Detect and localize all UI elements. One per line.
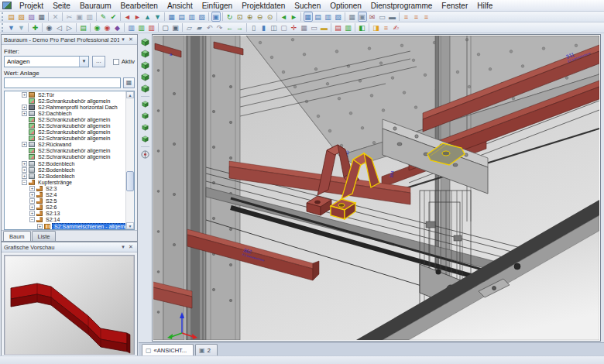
tree-item[interactable]: +S2:Tür (5, 91, 125, 98)
aktiv-checkbox[interactable] (113, 59, 119, 65)
view-front-button[interactable] (140, 99, 150, 109)
view-rotate-button[interactable] (140, 149, 150, 160)
toolbar-open-page-button[interactable]: ▥ (137, 22, 146, 33)
toolbar-print-button[interactable]: ▦ (37, 12, 46, 22)
tree-expander[interactable]: + (22, 92, 27, 98)
wert-input[interactable] (4, 77, 121, 88)
view-current-button[interactable] (140, 84, 150, 94)
scroll-up-arrow[interactable]: ▲ (126, 91, 134, 98)
tree-item[interactable]: +S2:6 (5, 204, 125, 211)
menu-projektdaten[interactable]: Projektdaten (237, 1, 290, 11)
tree-item[interactable]: S2:Schrankzubehör allgemein (5, 98, 125, 104)
toolbar-filter-active-button[interactable]: ▼ (7, 22, 16, 33)
view-iso-se-button[interactable] (140, 37, 150, 47)
cabinet-3d-scene[interactable]: a 311 E2-Sammelschiene (153, 36, 599, 340)
menu-einfügen[interactable]: Einfügen (197, 1, 237, 11)
tree-item[interactable]: +S2:Rückwand (5, 142, 125, 148)
toolbar-refresh-button[interactable]: ↻ (225, 12, 235, 22)
toolbar-place-1-button[interactable]: ▯ (249, 22, 259, 33)
panel-close-button[interactable]: ✕ (127, 36, 135, 43)
toolbar-connection-1-button[interactable]: ≡ (402, 12, 411, 22)
tree-item[interactable]: +S2:4 (5, 192, 125, 198)
toolbar-layout-d-button[interactable]: ▧ (334, 12, 343, 22)
toolbar-paste-button[interactable]: ▥ (85, 12, 94, 22)
menu-bauraum[interactable]: Bauraum (75, 1, 116, 11)
tree-expander[interactable]: − (29, 217, 35, 222)
toolbar-undo-button[interactable]: ↶ (205, 22, 214, 33)
toolbar-zoom-window-button[interactable]: ⊡ (235, 12, 245, 22)
toolbar-back-button[interactable]: ← (225, 22, 235, 33)
toolbar-grid-button[interactable]: ▦ (348, 12, 357, 22)
tab-liste[interactable]: Liste (32, 231, 57, 241)
toolbar-zoom-fit-button[interactable]: ⊙ (266, 12, 275, 22)
toolbar-goto-prev-button[interactable]: ◄ (123, 12, 132, 22)
view-side-button[interactable] (140, 111, 150, 121)
toolbar-graphic-view-button[interactable]: ▣ (211, 12, 221, 22)
toolbar-multi-1-button[interactable]: ▤ (334, 22, 343, 33)
toolbar-mail-button[interactable]: ✉ (368, 12, 377, 22)
view-back-button[interactable] (140, 134, 150, 144)
menu-projekt[interactable]: Projekt (15, 1, 48, 11)
toolbar-forward-button[interactable]: → (235, 22, 245, 33)
panel-close-button[interactable]: ✕ (127, 244, 135, 250)
3d-viewport[interactable]: a 311 E2-Sammelschiene (152, 34, 601, 342)
toolbar-redo-button[interactable]: ↷ (215, 22, 225, 33)
toolbar-nav-device-red-button[interactable]: ◉ (103, 22, 112, 33)
toolbar-multi-2-button[interactable]: ▥ (344, 22, 353, 33)
toolbar-project-new-button[interactable]: ▤ (7, 12, 16, 22)
tree-expander[interactable]: + (22, 173, 27, 179)
toolbar-annotate-button[interactable]: ✍ (392, 22, 401, 33)
tree-expander[interactable]: + (22, 111, 27, 116)
tree-expander[interactable]: + (22, 105, 27, 110)
toolbar-handle[interactable] (2, 23, 5, 32)
panel-collapse-button[interactable]: ▾ (119, 244, 127, 250)
toolbar-connection-3-button[interactable]: ≡ (422, 12, 431, 22)
wert-list-button[interactable]: ▦ (123, 77, 135, 88)
toolbar-nav-device-green-button[interactable]: ◉ (93, 22, 102, 33)
tree-expander[interactable]: + (29, 186, 35, 191)
toolbar-zoom-in-button[interactable]: ⊕ (245, 12, 255, 22)
tree-item[interactable]: +S2:Dachblech (5, 110, 125, 116)
toolbar-search-prev-button[interactable]: ◁ (55, 22, 64, 33)
toolbar-zoom-out-button[interactable]: ⊖ (256, 12, 265, 22)
tab-baum[interactable]: Baum (3, 231, 31, 241)
toolbar-find-button[interactable]: ▢ (161, 22, 170, 33)
tree-expander[interactable]: + (29, 204, 35, 210)
toolbar-nav-device-purple-button[interactable]: ◆ (113, 22, 122, 33)
tree-item[interactable]: +S2:13 (5, 211, 125, 217)
toolbar-sync-tree-button[interactable]: ▤ (79, 22, 88, 33)
toolbar-goto-graphic-button[interactable]: ▼ (153, 12, 163, 22)
tree-item[interactable]: S2:Schrankzubehör allgemein (5, 136, 125, 142)
toolbar-page-next-button[interactable]: ► (290, 12, 299, 22)
view-iso-sw-button[interactable] (140, 49, 150, 59)
tree-item[interactable]: S2:Schrankzubehör allgemein (5, 148, 125, 154)
toolbar-frame-button[interactable]: ▭ (378, 12, 387, 22)
toolbar-search-next-button[interactable]: ▷ (65, 22, 74, 33)
menu-bearbeiten[interactable]: Bearbeiten (116, 1, 163, 11)
toolbar-layout-a-button[interactable]: ▦ (304, 12, 313, 22)
toolbar-find-next-button[interactable]: ▣ (171, 22, 180, 33)
tree-scrollbar[interactable]: ▲ ▼ (125, 91, 134, 229)
toolbar-window-1-button[interactable]: ▦ (167, 12, 177, 22)
menu-dienstprogramme[interactable]: Dienstprogramme (366, 1, 437, 11)
toolbar-copy-button[interactable]: ▣ (75, 12, 84, 22)
toolbar-goto-next-button[interactable]: ► (133, 12, 142, 22)
tree-item[interactable]: +S2:5 (5, 198, 125, 204)
view-top-button[interactable] (140, 122, 150, 132)
toolbar-page-prev-button[interactable]: ◄ (280, 12, 289, 22)
toolbar-box-button[interactable]: ▭ (310, 22, 319, 33)
scroll-down-arrow[interactable]: ▼ (126, 222, 134, 229)
menu-optionen[interactable]: Optionen (325, 1, 366, 11)
sheet-tab-2[interactable]: ▣2 (195, 344, 218, 355)
tree-item-selected[interactable]: +S2:Sammelschienen - allgemein (5, 223, 125, 229)
toolbar-grid-snap-button[interactable]: ▣ (358, 12, 367, 22)
toolbar-window-2-button[interactable]: ▤ (177, 12, 187, 22)
tree-item[interactable]: −Kupferstränge (5, 179, 125, 185)
tree-item[interactable]: S2:Schrankzubehör allgemein (5, 122, 125, 129)
tree-item[interactable]: +S2:Rahmenprofil horizontal Dach (5, 104, 125, 110)
chevron-down-icon[interactable]: ▼ (79, 57, 88, 67)
tree-expander[interactable]: + (22, 142, 27, 147)
toolbar-place-2-button[interactable]: ▮ (259, 22, 269, 33)
toolbar-goto-counterpart-button[interactable]: ▲ (143, 12, 153, 22)
tree-expander[interactable]: + (29, 192, 35, 197)
